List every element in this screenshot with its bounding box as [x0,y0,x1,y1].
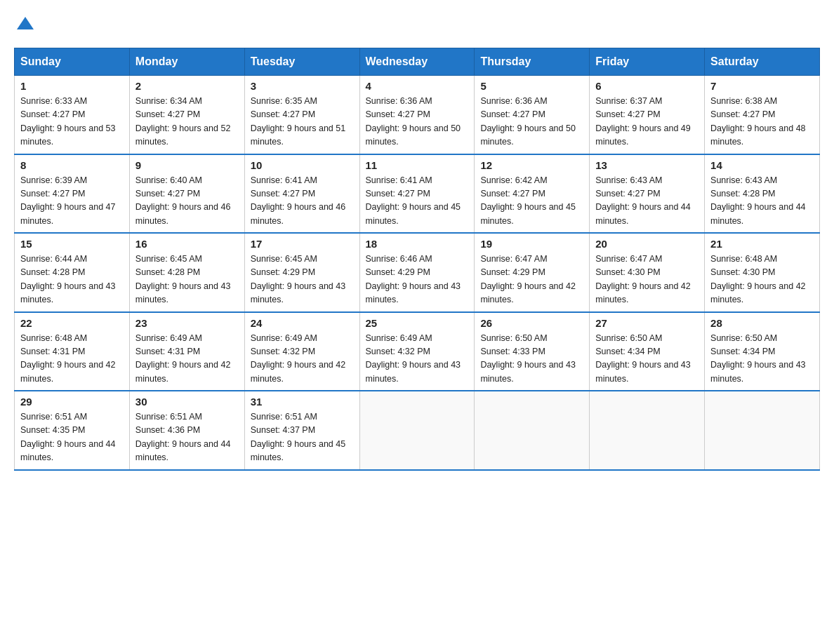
calendar-week-row: 15Sunrise: 6:44 AMSunset: 4:28 PMDayligh… [15,233,820,312]
day-info: Sunrise: 6:50 AMSunset: 4:34 PMDaylight:… [710,332,814,387]
day-number: 13 [595,159,699,171]
weekday-header-saturday: Saturday [705,48,820,76]
calendar-cell: 26Sunrise: 6:50 AMSunset: 4:33 PMDayligh… [475,312,590,391]
day-number: 25 [366,317,469,329]
day-number: 30 [135,396,239,408]
day-number: 28 [710,317,814,329]
day-number: 14 [710,159,814,171]
day-info: Sunrise: 6:50 AMSunset: 4:33 PMDaylight:… [480,332,583,387]
calendar-cell: 31Sunrise: 6:51 AMSunset: 4:37 PMDayligh… [244,391,359,470]
calendar-cell: 12Sunrise: 6:42 AMSunset: 4:27 PMDayligh… [475,154,590,234]
day-info: Sunrise: 6:51 AMSunset: 4:36 PMDaylight:… [135,410,239,465]
calendar-cell: 2Sunrise: 6:34 AMSunset: 4:27 PMDaylight… [129,76,244,154]
calendar-cell: 8Sunrise: 6:39 AMSunset: 4:27 PMDaylight… [15,154,130,234]
day-number: 9 [135,159,239,171]
calendar-cell [475,391,590,470]
day-info: Sunrise: 6:40 AMSunset: 4:27 PMDaylight:… [135,174,239,229]
calendar-cell: 29Sunrise: 6:51 AMSunset: 4:35 PMDayligh… [15,391,130,470]
logo-triangle-icon [15,14,35,34]
day-number: 8 [20,159,124,171]
day-info: Sunrise: 6:50 AMSunset: 4:34 PMDaylight:… [595,332,699,387]
day-number: 12 [480,159,583,171]
calendar-cell: 6Sunrise: 6:37 AMSunset: 4:27 PMDaylight… [590,76,705,154]
calendar-cell: 24Sunrise: 6:49 AMSunset: 4:32 PMDayligh… [244,312,359,391]
day-number: 6 [595,80,699,92]
weekday-header-thursday: Thursday [475,48,590,76]
weekday-header-sunday: Sunday [15,48,130,76]
day-info: Sunrise: 6:48 AMSunset: 4:30 PMDaylight:… [710,253,814,307]
day-number: 19 [480,238,583,250]
day-number: 10 [251,159,354,171]
calendar-cell: 22Sunrise: 6:48 AMSunset: 4:31 PMDayligh… [15,312,130,391]
weekday-header-row: SundayMondayTuesdayWednesdayThursdayFrid… [15,48,820,76]
day-number: 7 [710,80,814,92]
day-number: 29 [20,396,124,408]
day-info: Sunrise: 6:37 AMSunset: 4:27 PMDaylight:… [595,95,699,149]
day-number: 20 [595,238,699,250]
svg-marker-0 [17,17,34,29]
calendar-cell: 18Sunrise: 6:46 AMSunset: 4:29 PMDayligh… [359,233,475,312]
calendar-week-row: 1Sunrise: 6:33 AMSunset: 4:27 PMDaylight… [15,76,820,154]
day-number: 3 [251,80,354,92]
day-info: Sunrise: 6:43 AMSunset: 4:27 PMDaylight:… [595,174,699,229]
day-info: Sunrise: 6:49 AMSunset: 4:32 PMDaylight:… [366,332,469,387]
day-info: Sunrise: 6:34 AMSunset: 4:27 PMDaylight:… [135,95,239,149]
calendar-cell: 28Sunrise: 6:50 AMSunset: 4:34 PMDayligh… [705,312,820,391]
day-number: 2 [135,80,239,92]
day-number: 23 [135,317,239,329]
calendar-cell [359,391,475,470]
calendar-cell: 15Sunrise: 6:44 AMSunset: 4:28 PMDayligh… [15,233,130,312]
day-info: Sunrise: 6:41 AMSunset: 4:27 PMDaylight:… [251,174,354,229]
weekday-header-wednesday: Wednesday [359,48,475,76]
day-info: Sunrise: 6:38 AMSunset: 4:27 PMDaylight:… [710,95,814,149]
logo [14,14,35,34]
calendar-cell: 30Sunrise: 6:51 AMSunset: 4:36 PMDayligh… [129,391,244,470]
day-number: 4 [366,80,469,92]
calendar-table: SundayMondayTuesdayWednesdayThursdayFrid… [14,48,820,471]
day-info: Sunrise: 6:48 AMSunset: 4:31 PMDaylight:… [20,332,124,387]
day-info: Sunrise: 6:46 AMSunset: 4:29 PMDaylight:… [366,253,469,307]
calendar-cell [590,391,705,470]
day-info: Sunrise: 6:36 AMSunset: 4:27 PMDaylight:… [366,95,469,149]
calendar-cell: 21Sunrise: 6:48 AMSunset: 4:30 PMDayligh… [705,233,820,312]
day-number: 16 [135,238,239,250]
day-number: 1 [20,80,124,92]
calendar-cell: 25Sunrise: 6:49 AMSunset: 4:32 PMDayligh… [359,312,475,391]
day-number: 22 [20,317,124,329]
calendar-week-row: 22Sunrise: 6:48 AMSunset: 4:31 PMDayligh… [15,312,820,391]
calendar-cell: 20Sunrise: 6:47 AMSunset: 4:30 PMDayligh… [590,233,705,312]
calendar-cell: 17Sunrise: 6:45 AMSunset: 4:29 PMDayligh… [244,233,359,312]
day-number: 24 [251,317,354,329]
day-info: Sunrise: 6:33 AMSunset: 4:27 PMDaylight:… [20,95,124,149]
day-info: Sunrise: 6:41 AMSunset: 4:27 PMDaylight:… [366,174,469,229]
weekday-header-friday: Friday [590,48,705,76]
day-number: 11 [366,159,469,171]
calendar-cell: 16Sunrise: 6:45 AMSunset: 4:28 PMDayligh… [129,233,244,312]
day-info: Sunrise: 6:42 AMSunset: 4:27 PMDaylight:… [480,174,583,229]
day-number: 5 [480,80,583,92]
calendar-cell: 3Sunrise: 6:35 AMSunset: 4:27 PMDaylight… [244,76,359,154]
calendar-cell: 13Sunrise: 6:43 AMSunset: 4:27 PMDayligh… [590,154,705,234]
day-info: Sunrise: 6:43 AMSunset: 4:28 PMDaylight:… [710,174,814,229]
calendar-cell: 14Sunrise: 6:43 AMSunset: 4:28 PMDayligh… [705,154,820,234]
day-number: 18 [366,238,469,250]
calendar-week-row: 29Sunrise: 6:51 AMSunset: 4:35 PMDayligh… [15,391,820,470]
day-info: Sunrise: 6:47 AMSunset: 4:30 PMDaylight:… [595,253,699,307]
day-info: Sunrise: 6:51 AMSunset: 4:35 PMDaylight:… [20,410,124,465]
day-number: 17 [251,238,354,250]
day-info: Sunrise: 6:35 AMSunset: 4:27 PMDaylight:… [251,95,354,149]
calendar-cell: 10Sunrise: 6:41 AMSunset: 4:27 PMDayligh… [244,154,359,234]
weekday-header-tuesday: Tuesday [244,48,359,76]
calendar-week-row: 8Sunrise: 6:39 AMSunset: 4:27 PMDaylight… [15,154,820,234]
day-number: 26 [480,317,583,329]
day-info: Sunrise: 6:36 AMSunset: 4:27 PMDaylight:… [480,95,583,149]
day-number: 27 [595,317,699,329]
weekday-header-monday: Monday [129,48,244,76]
calendar-cell: 4Sunrise: 6:36 AMSunset: 4:27 PMDaylight… [359,76,475,154]
calendar-cell: 19Sunrise: 6:47 AMSunset: 4:29 PMDayligh… [475,233,590,312]
day-info: Sunrise: 6:47 AMSunset: 4:29 PMDaylight:… [480,253,583,307]
day-info: Sunrise: 6:49 AMSunset: 4:31 PMDaylight:… [135,332,239,387]
calendar-cell: 23Sunrise: 6:49 AMSunset: 4:31 PMDayligh… [129,312,244,391]
calendar-cell: 1Sunrise: 6:33 AMSunset: 4:27 PMDaylight… [15,76,130,154]
calendar-cell: 9Sunrise: 6:40 AMSunset: 4:27 PMDaylight… [129,154,244,234]
